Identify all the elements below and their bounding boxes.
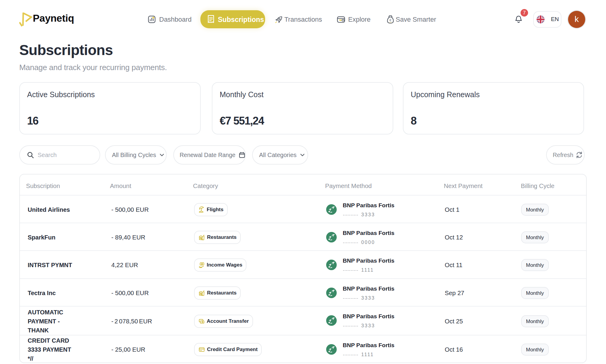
svg-text:€: € [389, 18, 391, 22]
